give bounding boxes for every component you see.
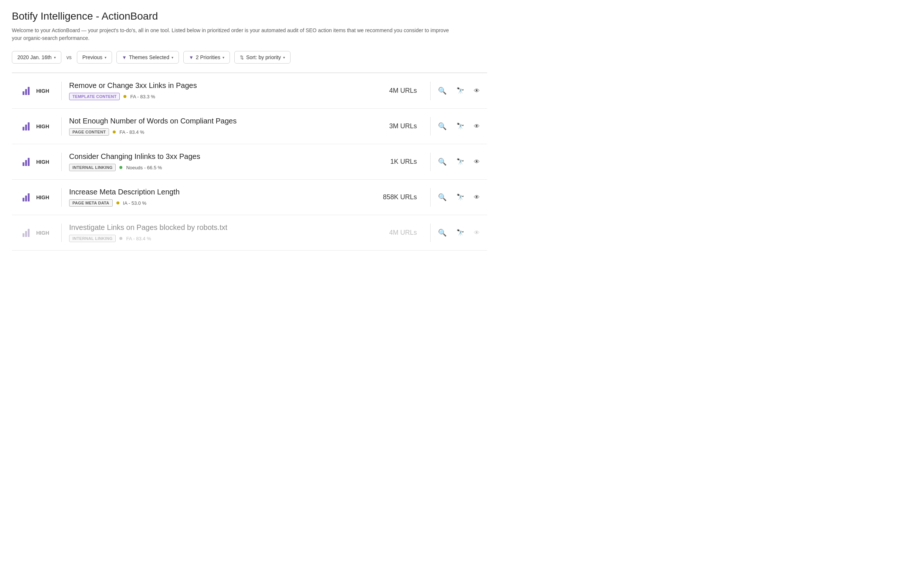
priority-label: HIGH — [36, 159, 54, 165]
action-count: 3M URLs — [376, 122, 417, 130]
sort-icon: ⇅ — [240, 55, 244, 60]
action-tag: TEMPLATE CONTENT — [69, 93, 120, 100]
priority-divider — [61, 117, 62, 136]
themes-label: Themes Selected — [129, 54, 169, 60]
priority-label: HIGH — [36, 124, 54, 129]
vs-label: vs — [66, 54, 73, 60]
actions-divider — [430, 82, 431, 100]
action-meta: TEMPLATE CONTENT FA - 83.3 % — [69, 93, 376, 100]
page-description: Welcome to your ActionBoard — your proje… — [12, 26, 455, 42]
priority-label: HIGH — [36, 88, 54, 94]
chevron-down-icon: ▾ — [54, 56, 56, 59]
action-content: Investigate Links on Pages blocked by ro… — [69, 223, 376, 242]
priority-icon — [18, 87, 34, 95]
action-tag: PAGE CONTENT — [69, 128, 109, 136]
sort-button[interactable]: ⇅ Sort: by priority ▾ — [234, 51, 290, 64]
zoom-button[interactable]: 🔍 — [437, 227, 448, 238]
date-label: 2020 Jan. 16th — [17, 54, 52, 60]
hide-button[interactable]: 👁 — [472, 157, 481, 167]
zoom-button[interactable]: 🔍 — [437, 156, 448, 167]
action-icons: 🔍 🔭 👁 — [437, 227, 481, 238]
action-title: Increase Meta Description Length — [69, 188, 376, 196]
metric-label: FA - 83.3 % — [130, 94, 155, 99]
action-list: HIGH Remove or Change 3xx Links in Pages… — [12, 73, 487, 251]
bar-chart-icon — [23, 229, 30, 237]
action-title: Investigate Links on Pages blocked by ro… — [69, 223, 376, 232]
action-item: HIGH Consider Changing Inlinks to 3xx Pa… — [12, 144, 487, 180]
action-count: 1K URLs — [376, 158, 417, 166]
hide-button[interactable]: 👁 — [472, 228, 481, 238]
metric-label: IA - 53.0 % — [123, 200, 147, 206]
zoom-button[interactable]: 🔍 — [437, 191, 448, 203]
action-content: Consider Changing Inlinks to 3xx Pages I… — [69, 152, 376, 171]
priority-divider — [61, 224, 62, 242]
actions-divider — [430, 224, 431, 242]
binoculars-button[interactable]: 🔭 — [455, 228, 466, 238]
priority-icon — [18, 229, 34, 237]
priority-label: HIGH — [36, 195, 54, 200]
zoom-button[interactable]: 🔍 — [437, 120, 448, 132]
action-title: Not Enough Number of Words on Compliant … — [69, 117, 376, 125]
metric-label: FA - 83.4 % — [119, 129, 144, 135]
previous-label: Previous — [82, 54, 102, 60]
page-title: Botify Intelligence - ActionBoard — [12, 10, 487, 22]
chevron-down-icon-2: ▾ — [105, 56, 106, 59]
chevron-down-icon-3: ▾ — [172, 56, 173, 59]
bar-chart-icon — [23, 122, 30, 130]
action-content: Not Enough Number of Words on Compliant … — [69, 117, 376, 136]
hide-button[interactable]: 👁 — [472, 122, 481, 131]
actions-divider — [430, 188, 431, 207]
toolbar: 2020 Jan. 16th ▾ vs Previous ▾ ▼ Themes … — [12, 51, 487, 64]
action-count: 4M URLs — [376, 87, 417, 95]
action-meta: PAGE META DATA IA - 53.0 % — [69, 199, 376, 207]
action-item: HIGH Not Enough Number of Words on Compl… — [12, 109, 487, 144]
hide-button[interactable]: 👁 — [472, 86, 481, 96]
priority-icon — [18, 193, 34, 201]
previous-filter-button[interactable]: Previous ▾ — [77, 51, 112, 64]
action-meta: INTERNAL LINKING Noeuds - 66.5 % — [69, 164, 376, 171]
action-count: 4M URLs — [376, 229, 417, 237]
action-icons: 🔍 🔭 👁 — [437, 120, 481, 132]
binoculars-button[interactable]: 🔭 — [455, 192, 466, 203]
action-count: 858K URLs — [376, 193, 417, 201]
action-item: HIGH Increase Meta Description Length PA… — [12, 180, 487, 215]
metric-dot — [113, 130, 116, 134]
priorities-filter-button[interactable]: ▼ 2 Priorities ▾ — [183, 51, 230, 64]
action-tag: INTERNAL LINKING — [69, 235, 116, 242]
zoom-button[interactable]: 🔍 — [437, 85, 448, 96]
binoculars-button[interactable]: 🔭 — [455, 121, 466, 132]
priority-divider — [61, 153, 62, 171]
action-title: Consider Changing Inlinks to 3xx Pages — [69, 152, 376, 161]
bar-chart-icon — [23, 193, 30, 201]
bar-chart-icon — [23, 158, 30, 166]
binoculars-button[interactable]: 🔭 — [455, 157, 466, 167]
priorities-label: 2 Priorities — [196, 54, 220, 60]
binoculars-button[interactable]: 🔭 — [455, 86, 466, 96]
date-filter-button[interactable]: 2020 Jan. 16th ▾ — [12, 51, 61, 64]
action-title: Remove or Change 3xx Links in Pages — [69, 81, 376, 90]
metric-label: Noeuds - 66.5 % — [126, 165, 162, 170]
priority-icon — [18, 122, 34, 130]
chevron-down-icon-5: ▾ — [283, 56, 285, 59]
themes-filter-button[interactable]: ▼ Themes Selected ▾ — [116, 51, 179, 64]
metric-dot — [119, 237, 122, 240]
metric-dot — [116, 201, 119, 204]
action-item: HIGH Remove or Change 3xx Links in Pages… — [12, 73, 487, 109]
sort-label: Sort: by priority — [246, 54, 281, 60]
action-icons: 🔍 🔭 👁 — [437, 191, 481, 203]
priority-divider — [61, 188, 62, 207]
filter-icon: ▼ — [122, 55, 127, 60]
chevron-down-icon-4: ▾ — [223, 56, 224, 59]
filter-icon-2: ▼ — [189, 55, 194, 60]
hide-button[interactable]: 👁 — [472, 193, 481, 202]
priority-divider — [61, 82, 62, 100]
actions-divider — [430, 153, 431, 171]
metric-dot — [119, 166, 122, 169]
action-tag: INTERNAL LINKING — [69, 164, 116, 171]
actions-divider — [430, 117, 431, 136]
priority-icon — [18, 158, 34, 166]
action-icons: 🔍 🔭 👁 — [437, 85, 481, 96]
action-content: Increase Meta Description Length PAGE ME… — [69, 188, 376, 207]
metric-label: FA - 83.4 % — [126, 236, 151, 241]
action-tag: PAGE META DATA — [69, 199, 113, 207]
